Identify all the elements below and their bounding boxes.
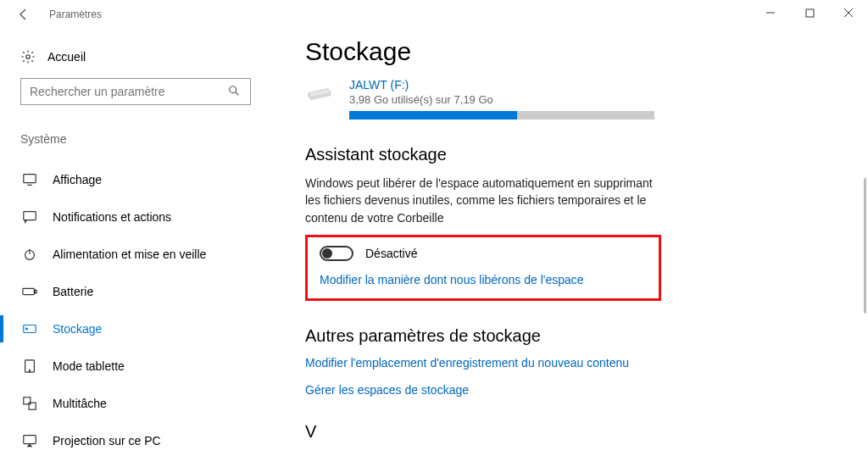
sidebar-item-notifications[interactable]: Notifications et actions [20,198,271,236]
home-label: Accueil [47,50,86,64]
change-save-location-link[interactable]: Modifier l'emplacement d'enregistrement … [305,356,834,370]
storage-sense-description: Windows peut libérer de l'espace automat… [305,175,661,226]
window-controls [751,0,868,25]
sidebar-item-battery[interactable]: Batterie [20,273,271,310]
storage-icon [22,321,37,336]
sidebar: Accueil Système Affichage Notifications … [0,29,271,467]
svg-line-6 [236,92,239,96]
drive-icon [305,81,334,105]
svg-rect-9 [24,212,36,220]
close-button[interactable] [829,0,868,25]
drive-usage-bar-fill [349,111,517,120]
search-input[interactable] [30,85,228,98]
power-icon [22,247,37,262]
other-settings-heading: Autres paramètres de stockage [305,326,834,346]
drive-usage-text: 3,98 Go utilisé(s) sur 7,19 Go [349,93,834,106]
svg-rect-20 [24,436,36,444]
drive-row[interactable]: JALWT (F:) 3,98 Go utilisé(s) sur 7,19 G… [305,78,834,120]
manage-storage-spaces-link[interactable]: Gérer les espaces de stockage [305,383,834,397]
sidebar-item-tablet[interactable]: Mode tablette [20,347,271,385]
page-title: Stockage [305,37,834,66]
maximize-button[interactable] [790,0,829,25]
sidebar-item-label: Batterie [53,285,93,298]
svg-point-4 [26,55,31,59]
content-area: Stockage JALWT (F:) 3,98 Go utilisé(s) s… [271,29,868,467]
sidebar-item-label: Mode tablette [53,359,125,373]
svg-rect-7 [24,175,36,183]
gear-icon [20,49,36,64]
storage-sense-toggle-label: Désactivé [365,247,417,260]
sidebar-item-power[interactable]: Alimentation et mise en veille [20,236,271,273]
sidebar-item-multitask[interactable]: Multitâche [20,385,271,422]
svg-point-5 [230,86,236,93]
storage-sense-heading: Assistant stockage [305,145,834,164]
toggle-knob [322,248,332,259]
drive-name: JALWT (F:) [349,78,834,92]
svg-rect-13 [35,290,36,293]
svg-rect-1 [806,9,814,17]
project-icon [22,433,37,448]
svg-rect-12 [23,288,35,294]
minimize-button[interactable] [751,0,790,25]
battery-icon [22,284,37,299]
storage-sense-toggle[interactable] [320,246,353,261]
sidebar-item-label: Stockage [53,322,102,336]
window-title: Paramètres [49,8,102,20]
search-box[interactable] [20,78,251,105]
search-icon [228,85,242,98]
svg-point-15 [26,328,28,330]
sidebar-item-label: Affichage [53,173,102,186]
drive-usage-bar [349,111,654,120]
multitask-icon [22,396,37,411]
category-title: Système [20,132,271,146]
sidebar-item-label: Multitâche [53,397,107,410]
scrollbar[interactable] [864,178,866,314]
sidebar-item-label: Alimentation et mise en veille [53,247,206,261]
home-button[interactable]: Accueil [20,49,271,64]
annotation-highlight: Désactivé Modifier la manière dont nous … [305,235,661,301]
svg-point-17 [29,370,30,371]
display-icon [22,172,37,187]
tablet-icon [22,359,37,374]
cutoff-heading: V [305,422,834,442]
storage-sense-configure-link[interactable]: Modifier la manière dont nous libérons d… [320,273,647,286]
sidebar-item-storage[interactable]: Stockage [20,310,271,347]
sidebar-item-display[interactable]: Affichage [20,161,271,198]
chat-icon [22,209,37,225]
sidebar-item-label: Notifications et actions [53,210,171,224]
back-button[interactable] [14,4,34,25]
sidebar-item-projection[interactable]: Projection sur ce PC [20,422,271,459]
sidebar-item-label: Projection sur ce PC [53,434,161,448]
